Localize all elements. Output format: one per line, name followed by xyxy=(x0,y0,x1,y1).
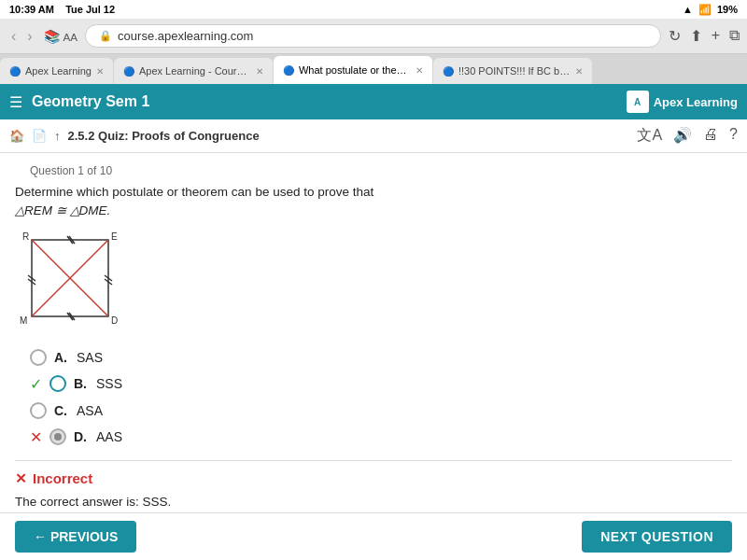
math-statement: △REM ≅ △DME. xyxy=(15,203,110,217)
toolbar-icons: 文A 🔊 🖨 ? xyxy=(637,126,738,146)
page-icon[interactable]: 📄 xyxy=(32,129,47,143)
tab-label: Apex Learning xyxy=(25,65,92,77)
main-content: Question 1 of 10 Determine which postula… xyxy=(0,153,747,553)
browser-tabs: 🔵 Apex Learning ✕ 🔵 Apex Learning - Cour… xyxy=(0,54,747,84)
incorrect-label: ✕ Incorrect xyxy=(15,470,732,487)
tab-close[interactable]: ✕ xyxy=(96,66,104,77)
print-icon[interactable]: 🖨 xyxy=(703,126,718,146)
back-button[interactable]: ‹ xyxy=(7,26,20,47)
app-title: Geometry Sem 1 xyxy=(32,93,617,110)
question-text: Determine which postulate or theorem can… xyxy=(15,183,732,221)
svg-text:E: E xyxy=(111,231,118,242)
question-number: Question 1 of 10 xyxy=(15,162,732,177)
tab-label-2: Apex Learning - Courses xyxy=(139,65,251,77)
hamburger-menu[interactable]: ☰ xyxy=(9,93,22,111)
address-bar[interactable]: 🔒 course.apexlearning.com xyxy=(85,24,661,48)
status-bar: 10:39 AM Tue Jul 12 ▲ 📶 19% xyxy=(0,0,747,19)
geometry-figure: R E M D xyxy=(15,229,732,335)
option-d[interactable]: ✕ D. AAS xyxy=(30,424,732,451)
app-header: ☰ Geometry Sem 1 A Apex Learning xyxy=(0,84,747,119)
option-a-circle xyxy=(30,349,47,366)
tab-close-4[interactable]: ✕ xyxy=(575,66,583,77)
option-d-letter: D. xyxy=(74,429,87,444)
tab-points[interactable]: 🔵 !!30 POINTS!!! If BC bisects th... ✕ xyxy=(433,58,592,84)
status-time: 10:39 AM Tue Jul 12 xyxy=(9,4,115,15)
breadcrumb: 2.5.2 Quiz: Proofs of Congruence xyxy=(68,129,260,143)
result-label-text: Incorrect xyxy=(33,470,92,486)
svg-text:R: R xyxy=(22,231,29,242)
svg-text:D: D xyxy=(111,315,118,326)
option-b-letter: B. xyxy=(74,376,87,391)
svg-text:M: M xyxy=(20,315,27,326)
tab-favicon-4: 🔵 xyxy=(443,66,454,77)
breadcrumb-arrow: ↑ xyxy=(54,129,61,143)
option-b-text: SSS xyxy=(96,376,122,391)
reader-icon: 📚 AA xyxy=(44,29,78,44)
option-c[interactable]: C. ASA xyxy=(30,398,732,424)
translate-icon[interactable]: 文A xyxy=(637,126,662,146)
option-c-letter: C. xyxy=(54,403,67,418)
battery-level: 19% xyxy=(717,4,738,15)
result-section: ✕ Incorrect The correct answer is: SSS. xyxy=(15,460,732,516)
x-icon: ✕ xyxy=(30,428,42,446)
correct-answer-text: The correct answer is: SSS. xyxy=(15,495,732,509)
option-c-circle xyxy=(30,402,47,419)
apex-logo: A Apex Learning xyxy=(627,91,738,113)
option-a-text: SAS xyxy=(77,350,103,365)
url-text: course.apexlearning.com xyxy=(118,29,253,43)
browser-chrome: ‹ › 📚 AA 🔒 course.apexlearning.com ↻ ⬆ +… xyxy=(0,19,747,54)
refresh-icon[interactable]: ↻ xyxy=(669,27,681,45)
check-icon: ✓ xyxy=(30,375,42,393)
nav-buttons: ‹ › xyxy=(7,26,36,47)
apex-logo-text: Apex Learning xyxy=(654,95,738,109)
tab-close-3[interactable]: ✕ xyxy=(416,65,423,76)
new-tab-icon[interactable]: + xyxy=(712,27,720,45)
audio-icon[interactable]: 🔊 xyxy=(673,126,692,146)
home-icon[interactable]: 🏠 xyxy=(9,129,24,143)
tab-apex-courses[interactable]: 🔵 Apex Learning - Courses ✕ xyxy=(114,58,273,84)
geometry-svg: R E M D xyxy=(15,229,127,331)
tab-active-question[interactable]: 🔵 What postulate or theorem ca... ✕ xyxy=(274,56,432,84)
tab-label-4: !!30 POINTS!!! If BC bisects th... xyxy=(458,65,571,77)
apex-logo-icon: A xyxy=(627,91,649,113)
option-a[interactable]: A. SAS xyxy=(30,344,732,371)
option-b[interactable]: ✓ B. SSS xyxy=(30,371,732,398)
help-icon[interactable]: ? xyxy=(729,126,738,146)
next-question-button[interactable]: NEXT QUESTION xyxy=(582,521,732,553)
toolbar-left: 🏠 📄 ↑ 2.5.2 Quiz: Proofs of Congruence xyxy=(9,129,629,143)
options-list: A. SAS ✓ B. SSS C. ASA ✕ D. AAS xyxy=(30,344,732,451)
option-d-circle xyxy=(49,428,66,445)
tabs-icon[interactable]: ⧉ xyxy=(729,27,740,45)
status-right: ▲ 📶 19% xyxy=(683,4,738,16)
toolbar: 🏠 📄 ↑ 2.5.2 Quiz: Proofs of Congruence 文… xyxy=(0,119,747,153)
result-x-icon: ✕ xyxy=(15,470,27,487)
option-c-text: ASA xyxy=(77,403,103,418)
share-icon[interactable]: ⬆ xyxy=(690,27,702,45)
tab-favicon: 🔵 xyxy=(9,66,21,77)
tab-favicon-3: 🔵 xyxy=(283,65,294,76)
tab-apex-learning[interactable]: 🔵 Apex Learning ✕ xyxy=(0,58,113,84)
signal-icon: 📶 xyxy=(698,4,712,16)
wifi-icon: ▲ xyxy=(683,4,693,15)
previous-button[interactable]: ← PREVIOUS xyxy=(15,521,136,553)
tab-label-3: What postulate or theorem ca... xyxy=(299,64,411,76)
browser-actions: ↻ ⬆ + ⧉ xyxy=(669,27,740,45)
option-a-letter: A. xyxy=(54,350,67,365)
tab-favicon-2: 🔵 xyxy=(123,66,134,77)
lock-icon: 🔒 xyxy=(99,30,112,42)
tab-close-2[interactable]: ✕ xyxy=(256,66,263,77)
bottom-bar: ← PREVIOUS NEXT QUESTION xyxy=(0,512,747,560)
forward-button[interactable]: › xyxy=(23,26,35,47)
option-d-text: AAS xyxy=(96,429,122,444)
option-b-circle xyxy=(49,375,66,392)
